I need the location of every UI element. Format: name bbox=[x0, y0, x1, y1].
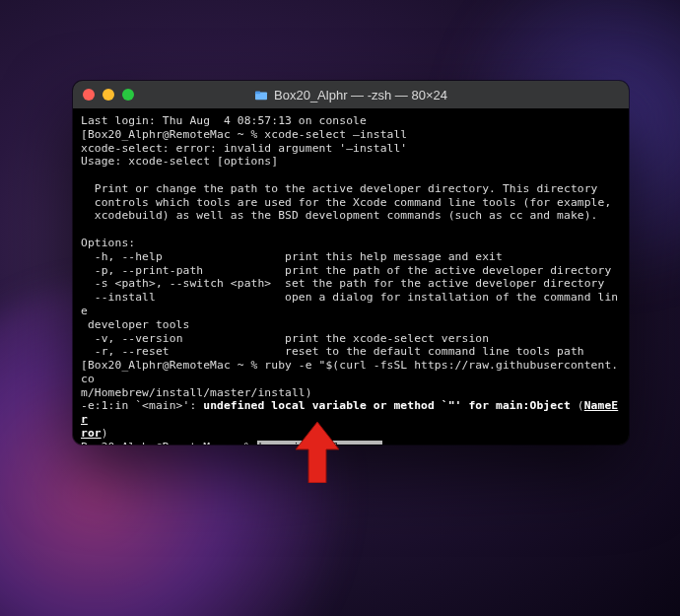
line-opt-r: -r, --reset reset to the default command… bbox=[81, 345, 584, 358]
line-desc2: controls which tools are used for the Xc… bbox=[81, 196, 611, 209]
line-err1: xcode-select: error: invalid argument '—… bbox=[81, 142, 407, 155]
line-prompt2b: m/Homebrew/install/master/install) bbox=[81, 386, 312, 399]
line-options-hdr: Options: bbox=[81, 237, 135, 249]
window-title-text: Box20_Alphr — -zsh — 80×24 bbox=[274, 88, 447, 103]
window-title: Box20_Alphr — -zsh — 80×24 bbox=[73, 88, 629, 103]
cursor bbox=[375, 441, 382, 445]
line-err2-a: -e:1:in `<main>': bbox=[81, 399, 203, 412]
highlighted-command[interactable]: brew install name bbox=[257, 441, 374, 445]
maximize-button[interactable] bbox=[122, 89, 134, 101]
line-prompt1: [Box20_Alphr@RemoteMac ~ % xcode-select … bbox=[81, 128, 407, 141]
line-usage: Usage: xcode-select [options] bbox=[81, 155, 278, 168]
line-opt-p: -p, --print-path print the path of the a… bbox=[81, 264, 611, 277]
line-err2-b: undefined local variable or method `"' f… bbox=[203, 399, 571, 412]
line-err2-c: ( bbox=[571, 399, 584, 412]
terminal-window: Box20_Alphr — -zsh — 80×24 Last login: T… bbox=[73, 81, 629, 445]
svg-rect-1 bbox=[255, 92, 260, 95]
line-err2-f: ) bbox=[102, 427, 108, 440]
line-opt-i2: developer tools bbox=[81, 318, 189, 331]
line-prompt2a: [Box20_Alphr@RemoteMac ~ % ruby -e "$(cu… bbox=[81, 359, 618, 385]
line-opt-v: -v, --version print the xcode-select ver… bbox=[81, 332, 489, 345]
svg-rect-0 bbox=[255, 92, 267, 100]
line-opt-h: -h, --help print this help message and e… bbox=[81, 250, 503, 263]
line-opt-s: -s <path>, --switch <path> set the path … bbox=[81, 277, 604, 290]
line-desc3: xcodebuild) as well as the BSD developme… bbox=[81, 209, 598, 222]
line-err2-e: ror bbox=[81, 427, 102, 440]
close-button[interactable] bbox=[83, 89, 95, 101]
minimize-button[interactable] bbox=[102, 89, 114, 101]
line-desc1: Print or change the path to the active d… bbox=[81, 182, 598, 195]
line-prompt3a: Box20_Alphr@RemoteMac ~ % bbox=[81, 441, 257, 445]
titlebar[interactable]: Box20_Alphr — -zsh — 80×24 bbox=[73, 81, 629, 108]
line-opt-i1: --install open a dialog for installation… bbox=[81, 291, 618, 317]
terminal-body[interactable]: Last login: Thu Aug 4 08:57:13 on consol… bbox=[73, 108, 629, 445]
home-folder-icon bbox=[254, 89, 268, 101]
line-last-login: Last login: Thu Aug 4 08:57:13 on consol… bbox=[81, 114, 367, 127]
traffic-lights bbox=[83, 89, 134, 101]
